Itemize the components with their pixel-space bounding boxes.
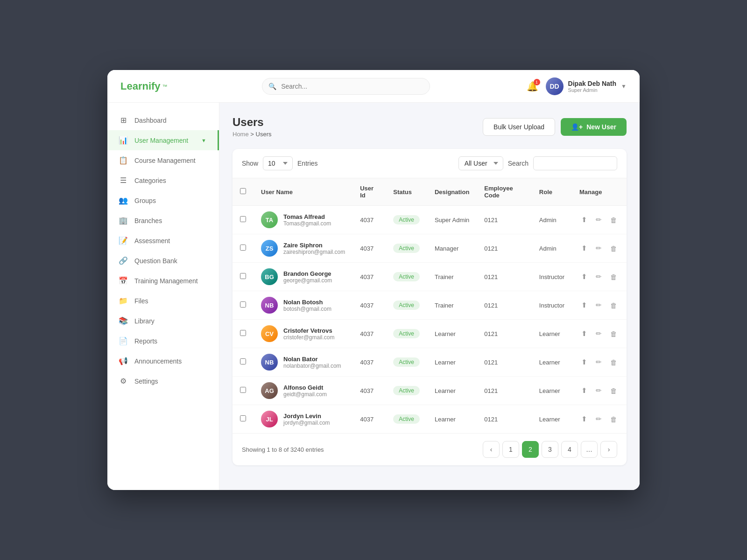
search-label: Search xyxy=(508,160,529,167)
sidebar-item-label: Announcements xyxy=(134,357,182,365)
row-checkbox-2[interactable] xyxy=(240,245,246,251)
edit-icon[interactable]: ✏ xyxy=(594,299,604,311)
app-window: Learnify™ 🔍 🔔 1 DD Dipak Deb Nath Super … xyxy=(107,70,640,490)
status-cell: Active xyxy=(386,405,427,434)
sidebar-item-label: Groups xyxy=(134,197,156,204)
assign-icon[interactable]: ⬆ xyxy=(579,271,589,283)
row-checkbox-6[interactable] xyxy=(240,358,246,364)
sidebar-item-settings[interactable]: ⚙ Settings xyxy=(107,371,219,391)
edit-icon[interactable]: ✏ xyxy=(594,328,604,340)
entries-select[interactable]: 10 25 50 100 xyxy=(263,156,293,170)
user-filter-select[interactable]: All User Active Inactive xyxy=(458,156,503,170)
status-cell: Active xyxy=(386,348,427,377)
row-checkbox-3[interactable] xyxy=(240,273,246,279)
sidebar-item-files[interactable]: 📁 Files xyxy=(107,291,219,311)
assign-icon[interactable]: ⬆ xyxy=(579,214,589,226)
status-badge: Active xyxy=(393,414,420,424)
groups-icon: 👥 xyxy=(119,196,128,205)
row-checkbox-4[interactable] xyxy=(240,301,246,308)
table-search-input[interactable] xyxy=(533,156,617,170)
delete-icon[interactable]: 🗑 xyxy=(608,385,619,397)
row-checkbox-8[interactable] xyxy=(240,415,246,421)
page-1-button[interactable]: 1 xyxy=(502,441,519,458)
new-user-button[interactable]: 👤+ New User xyxy=(561,118,627,136)
assign-icon[interactable]: ⬆ xyxy=(579,356,589,368)
delete-icon[interactable]: 🗑 xyxy=(608,271,619,283)
sidebar-item-label: Branches xyxy=(134,217,162,224)
user-id-cell: 4037 xyxy=(352,263,386,291)
designation-cell: Learner xyxy=(427,377,477,405)
sidebar-item-reports[interactable]: 📄 Reports xyxy=(107,331,219,351)
delete-icon[interactable]: 🗑 xyxy=(608,413,619,425)
sidebar-item-dashboard[interactable]: ⊞ Dashboard xyxy=(107,110,219,130)
library-icon: 📚 xyxy=(119,316,128,325)
delete-icon[interactable]: 🗑 xyxy=(608,357,619,368)
edit-icon[interactable]: ✏ xyxy=(594,413,604,425)
sidebar-item-label: Assessment xyxy=(134,237,170,245)
user-id-cell: 4037 xyxy=(352,348,386,377)
delete-icon[interactable]: 🗑 xyxy=(608,328,619,340)
table-row: JL Jordyn Levin jordyn@gmail.com 4037 Ac… xyxy=(233,405,627,434)
table-controls: Show 10 25 50 100 Entries All User Activ… xyxy=(233,149,627,178)
col-empcode: Employee Code xyxy=(477,178,531,206)
sidebar-item-label: Training Management xyxy=(134,277,198,285)
edit-icon[interactable]: ✏ xyxy=(594,385,604,397)
row-checkbox-cell xyxy=(233,377,254,405)
edit-icon[interactable]: ✏ xyxy=(594,271,604,283)
role-cell: Admin xyxy=(532,234,572,263)
user-full-name: Zaire Siphron xyxy=(283,242,345,249)
search-input[interactable] xyxy=(262,78,430,95)
row-checkbox-cell xyxy=(233,206,254,234)
sidebar-item-training-management[interactable]: 📅 Training Management xyxy=(107,271,219,291)
status-cell: Active xyxy=(386,291,427,320)
user-profile[interactable]: DD Dipak Deb Nath Super Admin ▼ xyxy=(546,77,627,95)
user-avatar: CV xyxy=(261,325,278,342)
sidebar-item-branches[interactable]: 🏢 Branches xyxy=(107,210,219,231)
role-cell: Instructor xyxy=(532,263,572,291)
select-all-checkbox[interactable] xyxy=(240,188,246,194)
assign-icon[interactable]: ⬆ xyxy=(579,413,589,425)
page-4-button[interactable]: 4 xyxy=(561,441,578,458)
question-bank-icon: 🔗 xyxy=(119,256,128,265)
manage-cell: ⬆ ✏ 🗑 xyxy=(572,377,627,405)
user-id-cell: 4037 xyxy=(352,405,386,434)
sidebar-item-question-bank[interactable]: 🔗 Question Bank xyxy=(107,251,219,271)
bulk-user-upload-button[interactable]: Bulk User Upload xyxy=(483,118,555,136)
page-3-button[interactable]: 3 xyxy=(542,441,558,458)
delete-icon[interactable]: 🗑 xyxy=(608,214,619,226)
sidebar: ⊞ Dashboard 📊 User Management ▼ 📋 Course… xyxy=(107,103,219,490)
user-avatar: NB xyxy=(261,354,278,371)
row-checkbox-1[interactable] xyxy=(240,216,246,222)
next-page-button[interactable]: › xyxy=(600,441,617,458)
row-checkbox-7[interactable] xyxy=(240,387,246,393)
sidebar-item-categories[interactable]: ☰ Categories xyxy=(107,170,219,190)
assign-icon[interactable]: ⬆ xyxy=(579,242,589,254)
sidebar-item-groups[interactable]: 👥 Groups xyxy=(107,190,219,210)
sidebar-item-announcements[interactable]: 📢 Announcements xyxy=(107,351,219,371)
emp-code-cell: 0121 xyxy=(477,348,531,377)
sidebar-item-assessment[interactable]: 📝 Assessment xyxy=(107,231,219,251)
sidebar-item-library[interactable]: 📚 Library xyxy=(107,311,219,331)
assign-icon[interactable]: ⬆ xyxy=(579,385,589,397)
user-id-cell: 4037 xyxy=(352,377,386,405)
assign-icon[interactable]: ⬆ xyxy=(579,299,589,311)
delete-icon[interactable]: 🗑 xyxy=(608,300,619,311)
user-avatar: TA xyxy=(261,211,278,228)
sidebar-item-course-management[interactable]: 📋 Course Management xyxy=(107,150,219,170)
edit-icon[interactable]: ✏ xyxy=(594,242,604,254)
status-badge: Active xyxy=(393,215,420,224)
breadcrumb-home[interactable]: Home xyxy=(233,131,249,138)
assign-icon[interactable]: ⬆ xyxy=(579,328,589,340)
row-checkbox-5[interactable] xyxy=(240,330,246,336)
delete-icon[interactable]: 🗑 xyxy=(608,243,619,254)
categories-icon: ☰ xyxy=(119,176,128,185)
edit-icon[interactable]: ✏ xyxy=(594,356,604,368)
prev-page-button[interactable]: ‹ xyxy=(483,441,500,458)
edit-icon[interactable]: ✏ xyxy=(594,214,604,226)
page-2-button[interactable]: 2 xyxy=(522,441,539,458)
role-cell: Learner xyxy=(532,405,572,434)
dashboard-icon: ⊞ xyxy=(119,116,128,125)
page-more-button[interactable]: … xyxy=(581,441,598,458)
notification-button[interactable]: 🔔 1 xyxy=(527,81,538,92)
sidebar-item-user-management[interactable]: 📊 User Management ▼ xyxy=(107,130,219,150)
